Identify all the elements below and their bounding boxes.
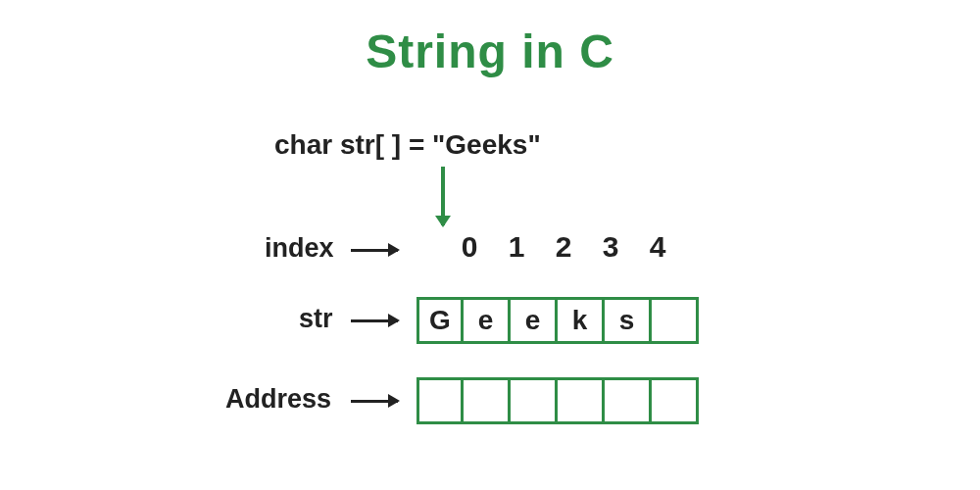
declaration-text: char str[ ] = "Geeks" bbox=[274, 129, 541, 161]
str-cell: G bbox=[416, 297, 464, 344]
arrow-right-icon bbox=[351, 400, 398, 403]
str-cell bbox=[652, 297, 699, 344]
arrow-right-icon bbox=[351, 319, 398, 322]
address-cell bbox=[558, 377, 605, 424]
address-cell bbox=[416, 377, 464, 424]
page-title: String in C bbox=[0, 0, 980, 78]
index-1: 1 bbox=[493, 230, 540, 264]
str-cells-row: G e e k s bbox=[416, 297, 699, 344]
address-cell bbox=[605, 377, 652, 424]
address-cell bbox=[652, 377, 699, 424]
index-2: 2 bbox=[540, 230, 587, 264]
str-cell: e bbox=[511, 297, 558, 344]
address-label: Address bbox=[225, 384, 331, 415]
index-3: 3 bbox=[587, 230, 634, 264]
index-label: index bbox=[265, 233, 334, 264]
arrow-down-icon bbox=[441, 167, 445, 225]
address-cell bbox=[464, 377, 511, 424]
str-cell: e bbox=[464, 297, 511, 344]
arrow-right-icon bbox=[351, 249, 398, 252]
str-cell: k bbox=[558, 297, 605, 344]
index-0: 0 bbox=[446, 230, 493, 264]
str-label: str bbox=[299, 304, 333, 334]
address-cell bbox=[511, 377, 558, 424]
address-cells-row bbox=[416, 377, 699, 424]
index-row: 0 1 2 3 4 bbox=[446, 230, 681, 264]
str-cell: s bbox=[605, 297, 652, 344]
index-4: 4 bbox=[634, 230, 681, 264]
